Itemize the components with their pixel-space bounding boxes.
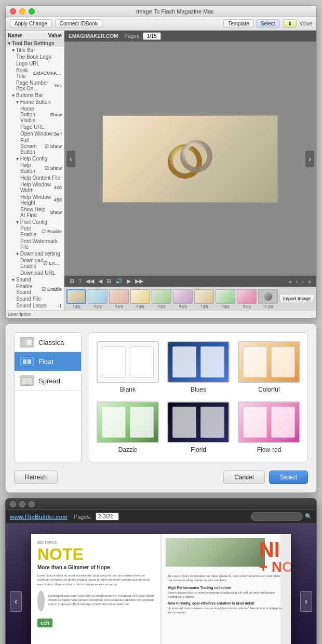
theme-preview-florid bbox=[167, 401, 230, 443]
thumb-4[interactable]: 4.jpg bbox=[130, 289, 150, 308]
apply-change-button[interactable]: Apply Change bbox=[10, 19, 52, 28]
thumb-8[interactable]: 8.jpg bbox=[216, 289, 235, 308]
svg-rect-4 bbox=[28, 340, 32, 345]
theme-label-florid: Florid bbox=[191, 446, 206, 453]
svg-rect-7 bbox=[28, 359, 31, 364]
theme-sidebar: Classica Float bbox=[14, 332, 82, 462]
next-icon[interactable]: ▶▶ bbox=[134, 277, 144, 285]
thumb-2[interactable]: 2.jpg bbox=[88, 289, 108, 308]
preview-close-btn[interactable] bbox=[10, 501, 16, 507]
import-button[interactable]: ⬇ bbox=[283, 19, 297, 28]
theme-preview-blues bbox=[167, 341, 230, 383]
theme-card-blank[interactable]: Blank bbox=[97, 341, 159, 393]
row-page-url: Page URL bbox=[6, 124, 64, 130]
preview-minimize-btn[interactable] bbox=[19, 501, 25, 507]
preview-pages-input[interactable] bbox=[96, 513, 119, 520]
theme-card-dazzle[interactable]: Dazzle bbox=[97, 401, 159, 453]
canvas-image bbox=[102, 115, 278, 203]
app-window: Image To Flash Magazine Mac Apply Change… bbox=[5, 5, 317, 318]
preview-canvas: ‹ EDITOR'S NOTE More than a Glimmer of H… bbox=[6, 524, 316, 644]
preview-nav-right-button[interactable]: › bbox=[300, 591, 312, 612]
classica-icon bbox=[20, 337, 34, 347]
play-icon[interactable]: ▶ bbox=[126, 277, 132, 285]
theme-card-blues[interactable]: Blues bbox=[167, 341, 230, 393]
mag-right-body: To inquire more information on these pro… bbox=[168, 574, 285, 583]
editors-note: EDITOR'S bbox=[37, 540, 154, 545]
preview-maximize-btn[interactable] bbox=[29, 501, 35, 507]
close-btn[interactable] bbox=[10, 8, 16, 15]
article2-title: New Firendly, cost-effective solution in… bbox=[168, 601, 285, 605]
select-tab[interactable]: Select bbox=[256, 19, 280, 28]
sidebar-item-classica[interactable]: Classica bbox=[15, 333, 81, 352]
crop-icon[interactable]: ⊞ bbox=[69, 277, 75, 285]
row-home-btn-section: ▾ Home Button bbox=[6, 99, 64, 105]
sound-icon[interactable]: 🔊 bbox=[114, 277, 124, 285]
import-image-button[interactable]: Import Image bbox=[279, 294, 314, 303]
minimize-btn[interactable] bbox=[19, 8, 25, 15]
maximize-btn[interactable] bbox=[29, 8, 35, 15]
row-sound-loops: Sound Loops -1 bbox=[6, 302, 64, 309]
theme-card-colorful[interactable]: Colorful bbox=[238, 341, 300, 393]
description-bar: Description bbox=[6, 310, 316, 318]
sidebar-item-float[interactable]: Float bbox=[15, 352, 81, 371]
sidebar-item-spread[interactable]: Spread bbox=[15, 371, 81, 391]
row-title-bar: ▾ Title Bar bbox=[6, 47, 64, 53]
row-show-help-first: Show Help At First Show bbox=[6, 206, 64, 219]
app-body: Name Value ▾ Tool Bar Settings ▾ Title B… bbox=[6, 31, 316, 310]
help-icon[interactable]: ? bbox=[77, 278, 83, 285]
mag-right-image bbox=[166, 538, 265, 567]
row-sound-section: ▾ Sound bbox=[6, 276, 64, 283]
preview-site-url[interactable]: www.FlipBuilder.com bbox=[10, 514, 68, 520]
search-icon[interactable]: 🔍 bbox=[305, 513, 312, 520]
thumb-5[interactable]: 5.jpg bbox=[152, 289, 171, 308]
refresh-button[interactable]: Refresh bbox=[14, 471, 58, 484]
theme-label-colorful: Colorful bbox=[258, 386, 279, 393]
theme-card-flowred[interactable]: Flow-red bbox=[238, 401, 300, 453]
name-col-header: Name bbox=[8, 33, 22, 38]
row-print-enable: Print Enable ☑ Enable bbox=[6, 225, 64, 238]
preview-toolbar: www.FlipBuilder.com Pages: 🔍 bbox=[6, 510, 316, 524]
back-icon[interactable]: ◀◀ bbox=[85, 277, 95, 285]
grid-icon[interactable]: ⊞ bbox=[105, 277, 112, 285]
row-download-enable: Download Enable ☑ Enable bbox=[6, 257, 64, 270]
row-book-title: Book Title EMACMAKE... bbox=[6, 67, 64, 79]
pages-label: Pages: bbox=[125, 33, 141, 39]
description-label: Description bbox=[8, 312, 31, 317]
thumb-10[interactable]: 10.jpg bbox=[258, 289, 278, 308]
row-download-url: Download URL bbox=[6, 270, 64, 276]
float-label: Float bbox=[38, 358, 53, 366]
theme-label-dazzle: Dazzle bbox=[118, 446, 138, 453]
thumb-7[interactable]: 7.jpg bbox=[194, 289, 214, 308]
preview-nav-left-button[interactable]: ‹ bbox=[10, 591, 22, 612]
row-sound-file: Sound File bbox=[6, 296, 64, 302]
connect-idbook-button[interactable]: Connect IDBook bbox=[55, 19, 102, 28]
row-page-number: Page Number Box On... Yes bbox=[6, 79, 64, 92]
left-panel: Name Value ▾ Tool Bar Settings ▾ Title B… bbox=[6, 31, 64, 310]
step-back-icon[interactable]: ‹ bbox=[295, 278, 299, 285]
cancel-button[interactable]: Cancel bbox=[223, 471, 264, 484]
canvas-bottom-bar: ⊞ ? ◀◀ ◀ ⊞ 🔊 ▶ ▶▶ « ‹ › » bbox=[64, 276, 316, 287]
canvas-nav-left-button[interactable]: ‹ bbox=[66, 151, 75, 167]
skip-back-icon[interactable]: « bbox=[287, 278, 292, 285]
theme-preview-blank bbox=[97, 341, 159, 383]
select-button[interactable]: Select bbox=[269, 471, 308, 484]
thumb-6[interactable]: 6.jpg bbox=[173, 289, 193, 308]
row-print-config: ▾ Print Config bbox=[6, 219, 64, 225]
skip-forward-icon[interactable]: » bbox=[307, 278, 312, 285]
template-tab[interactable]: Template bbox=[223, 19, 254, 28]
theme-card-florid[interactable]: Florid bbox=[167, 401, 230, 453]
canvas-nav-right-button[interactable]: › bbox=[305, 151, 314, 167]
mag-body-1: Lorem ipsum dolor sit amet consectetur a… bbox=[37, 573, 154, 586]
theme-footer: Refresh Cancel Select bbox=[14, 471, 308, 484]
row-help-btn: Help Button ☑ Show bbox=[6, 162, 64, 175]
prev-icon[interactable]: ◀ bbox=[97, 277, 103, 285]
thumb-1[interactable]: 1.jpg bbox=[66, 289, 86, 308]
step-forward-icon[interactable]: › bbox=[301, 278, 305, 285]
thumb-9[interactable]: 9.jpg bbox=[237, 289, 257, 308]
row-print-watermark: Print Watermark File bbox=[6, 238, 64, 250]
mag-avatar bbox=[37, 591, 45, 611]
thumb-3[interactable]: 3.jpg bbox=[109, 289, 129, 308]
title-bar: Image To Flash Magazine Mac bbox=[6, 6, 316, 17]
pages-input[interactable] bbox=[143, 32, 161, 40]
preview-search-input[interactable] bbox=[251, 512, 303, 521]
